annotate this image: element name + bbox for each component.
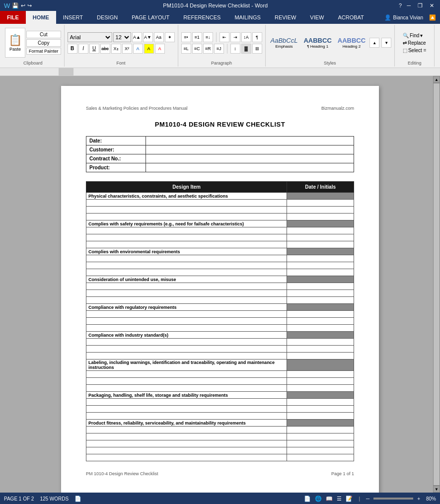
info-row-contract: Contract No.: <box>86 154 354 163</box>
font-size-select[interactable]: 12 <box>113 32 131 42</box>
tab-home[interactable]: HOME <box>26 11 56 24</box>
italic-button[interactable]: I <box>78 44 88 54</box>
clear-formatting-button[interactable]: ✦ <box>165 32 175 42</box>
shading-button[interactable]: ▓ <box>241 44 251 54</box>
line-spacing-button[interactable]: ↕ <box>230 44 240 54</box>
bold-button[interactable]: B <box>68 44 77 54</box>
user-icon: 👤 <box>384 14 391 21</box>
subscript-button[interactable]: X₂ <box>111 44 121 54</box>
text-effects-button[interactable]: A <box>133 44 143 54</box>
increase-indent-button[interactable]: ⇥ <box>230 32 240 42</box>
replace-button[interactable]: ⇄ Replace <box>403 40 426 46</box>
tab-references[interactable]: REFERENCES <box>176 11 227 24</box>
ribbon-group-font: Arial 12 A▲ A▼ Aa ✦ B I U abc X₂ X² <box>65 25 178 67</box>
title-bar-controls: ? ─ ❐ ✕ <box>399 2 436 9</box>
section-label-7: Labeling, including warnings, identifica… <box>86 360 287 371</box>
minimize-btn[interactable]: ─ <box>405 2 413 8</box>
quick-access-undo[interactable]: ↩ <box>21 2 25 9</box>
document-page: Sales & Marketing Policies and Procedure… <box>61 86 379 493</box>
align-right-button[interactable]: ≡R <box>203 44 213 54</box>
find-button[interactable]: 🔍 Find ▾ <box>403 33 426 38</box>
tab-file[interactable]: FILE <box>0 11 26 24</box>
zoom-out-btn[interactable]: ─ <box>366 496 369 502</box>
grow-font-button[interactable]: A▲ <box>132 32 142 42</box>
date-value[interactable] <box>146 137 354 145</box>
page-wrapper[interactable]: Sales & Marketing Policies and Procedure… <box>7 76 433 493</box>
tab-review[interactable]: REVIEW <box>268 11 303 24</box>
title-bar: W 💾 ↩ ↪ PM1010-4 Design Review Checklist… <box>0 0 440 11</box>
shrink-font-button[interactable]: A▼ <box>143 32 153 42</box>
customer-value[interactable] <box>146 145 354 154</box>
date-cell-7[interactable] <box>287 360 354 371</box>
align-left-button[interactable]: ≡L <box>181 44 191 54</box>
sort-button[interactable]: ↕A <box>241 32 251 42</box>
underline-button[interactable]: U <box>89 44 99 54</box>
ribbon-minimize-btn[interactable]: 🔼 <box>429 14 436 21</box>
borders-button[interactable]: ⊞ <box>252 44 262 54</box>
styles-scroll-up[interactable]: ▲ <box>369 38 379 48</box>
scrollbar-thumb[interactable] <box>433 83 440 486</box>
tab-acrobat[interactable]: ACROBAT <box>331 11 370 24</box>
view-print-icon[interactable]: 📄 <box>304 496 311 502</box>
styles-scroll-down[interactable]: ▼ <box>381 38 391 48</box>
view-draft-icon[interactable]: 📝 <box>346 496 353 502</box>
select-button[interactable]: ⬚ Select = <box>403 48 426 53</box>
restore-btn[interactable]: ❐ <box>416 2 425 9</box>
style-heading1[interactable]: AABBCC ¶ Heading 1 <box>301 36 333 50</box>
show-formatting-button[interactable]: ¶ <box>252 32 262 42</box>
status-bar-left: PAGE 1 OF 2 125 WORDS 📄 <box>4 496 81 502</box>
tab-view[interactable]: VIEW <box>303 11 331 24</box>
view-web-icon[interactable]: 🌐 <box>315 496 322 502</box>
font-name-select[interactable]: Arial <box>68 32 112 42</box>
superscript-button[interactable]: X² <box>122 44 132 54</box>
highlight-button[interactable]: A <box>144 44 154 54</box>
strikethrough-button[interactable]: abc <box>100 44 110 54</box>
tab-page-layout[interactable]: PAGE LAYOUT <box>125 11 176 24</box>
justify-button[interactable]: ≡J <box>214 44 224 54</box>
scrollbar-down-btn[interactable]: ▼ <box>433 486 440 493</box>
status-bar-right: 📄 🌐 📖 ☰ 📝 | ─ + 80% <box>304 496 436 502</box>
zoom-slider[interactable] <box>373 498 413 500</box>
align-center-button[interactable]: ≡C <box>192 44 202 54</box>
date-cell-1[interactable] <box>287 193 354 200</box>
style-heading2[interactable]: AABBCC Heading 2 <box>336 36 367 50</box>
date-cell-4[interactable] <box>287 276 354 283</box>
paste-button[interactable]: 📋 Paste <box>5 28 25 58</box>
table-row <box>86 371 354 378</box>
date-cell-3[interactable] <box>287 248 354 255</box>
decrease-indent-button[interactable]: ⇤ <box>220 32 229 42</box>
proofing-icon[interactable]: 📄 <box>74 496 81 502</box>
tab-mailings[interactable]: MAILINGS <box>227 11 268 24</box>
table-row: Complies with safety requirements (e.g.,… <box>86 220 354 227</box>
tab-insert[interactable]: INSERT <box>56 11 90 24</box>
style-emphasis[interactable]: AaBbCcL Emphasis <box>269 36 300 50</box>
product-value[interactable] <box>146 163 354 172</box>
quick-access-redo[interactable]: ↪ <box>27 2 32 9</box>
date-cell-2[interactable] <box>287 220 354 227</box>
bullets-button[interactable]: ≡• <box>181 32 191 42</box>
numbering-button[interactable]: ≡1 <box>192 32 202 42</box>
help-btn[interactable]: ? <box>399 2 402 8</box>
select-icon: ⬚ <box>403 48 407 53</box>
multilevel-button[interactable]: ≡↓ <box>203 32 213 42</box>
table-row <box>86 427 354 433</box>
font-color-button[interactable]: A <box>155 44 165 54</box>
change-case-button[interactable]: Aa <box>154 32 164 42</box>
scrollbar-up-btn[interactable]: ▲ <box>433 76 440 83</box>
date-cell-6[interactable] <box>287 332 354 339</box>
view-read-icon[interactable]: 📖 <box>326 496 333 502</box>
cut-button[interactable]: Cut <box>26 31 61 38</box>
tab-design[interactable]: DESIGN <box>90 11 125 24</box>
page-info: PAGE 1 OF 2 <box>4 496 34 502</box>
date-cell-9[interactable] <box>287 420 354 427</box>
format-painter-button[interactable]: Format Painter <box>26 48 61 55</box>
zoom-in-btn[interactable]: + <box>417 496 420 502</box>
vertical-scrollbar[interactable]: ▲ ▼ <box>433 76 440 493</box>
date-cell-5[interactable] <box>287 304 354 311</box>
close-btn[interactable]: ✕ <box>428 2 436 9</box>
quick-access-save[interactable]: 💾 <box>12 2 19 9</box>
contract-value[interactable] <box>146 154 354 163</box>
view-outline-icon[interactable]: ☰ <box>337 496 342 502</box>
date-cell-8[interactable] <box>287 392 354 399</box>
copy-button[interactable]: Copy <box>26 39 61 47</box>
